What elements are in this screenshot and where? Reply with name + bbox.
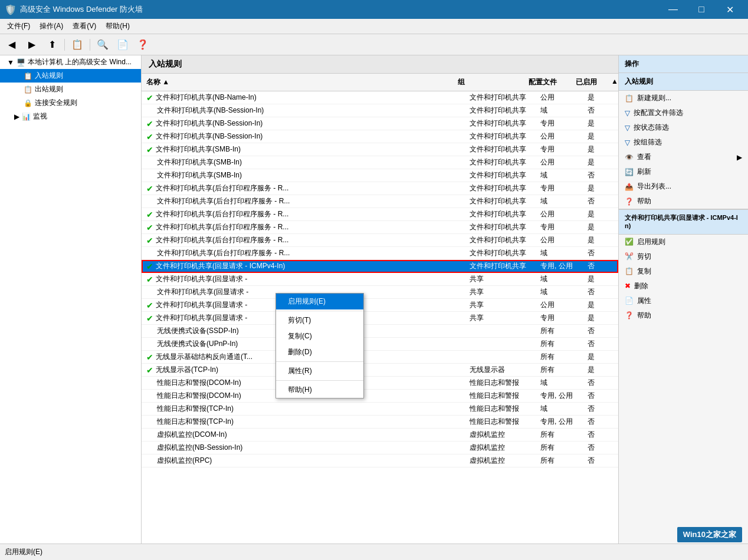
table-row[interactable]: ✔文件和打印机共享(后台打印程序服务 - R... 文件和打印机共享 专用 是 (142, 182, 618, 195)
table-row[interactable]: 无线便携式设备(SSDP-In) 所有 否 (142, 325, 618, 338)
right-action-view[interactable]: 👁️ 查看 ▶ (619, 150, 748, 164)
table-row[interactable]: 性能日志和警报(DCOM-In) 性能日志和警报 域 否 (142, 377, 618, 390)
tree-item-connection[interactable]: 🔒 连接安全规则 (0, 96, 141, 110)
table-row[interactable]: 文件和打印机共享(NB-Session-In) 文件和打印机共享 域 否 (142, 104, 618, 117)
table-row[interactable]: ✔文件和打印机共享(后台打印程序服务 - R... 文件和打印机共享 专用 是 (142, 221, 618, 234)
cell-group: 无线显示器 (465, 364, 536, 376)
cut-icon: ✂️ (625, 252, 634, 261)
cell-enabled: 否 (583, 104, 618, 117)
cell-name: ✔文件和打印机共享(回显请求 - (142, 273, 465, 285)
right-action-filter-group[interactable]: ▽ 按组筛选 (619, 135, 748, 150)
table-row[interactable]: 无线便携式设备(UPnP-In) 所有 否 (142, 338, 618, 351)
toolbar-show-hide[interactable]: 📋 (68, 37, 87, 53)
ctx-delete[interactable]: 删除(D) (276, 344, 363, 360)
maximize-button[interactable]: □ (688, 0, 715, 19)
right-action-help-main[interactable]: ❓ 帮助 (619, 194, 748, 209)
tree-root[interactable]: ▼ 🖥️ 本地计算机 上的高级安全 Wind... (0, 55, 141, 69)
row-name: 文件和打印机共享(SMB-In) (157, 170, 242, 180)
right-action-copy[interactable]: 📋 复制 (619, 264, 748, 279)
table-row[interactable]: 文件和打印机共享(SMB-In) 文件和打印机共享 公用 是 (142, 156, 618, 169)
table-row[interactable]: ✔文件和打印机共享(回显请求 - 共享 公用 是 (142, 299, 618, 312)
view-label: 查看 (637, 152, 651, 162)
table-row[interactable]: ✔文件和打印机共享(回显请求 - ICMPv4-In) 文件和打印机共享 专用,… (142, 260, 618, 273)
toolbar-separator-2 (90, 39, 90, 51)
table-row[interactable]: 性能日志和警报(DCOM-In) 性能日志和警报 专用, 公用 否 (142, 390, 618, 403)
right-action-enable-rule[interactable]: ✅ 启用规则 (619, 235, 748, 249)
right-action-export[interactable]: 📤 导出列表... (619, 179, 748, 194)
table-row[interactable]: 性能日志和警报(TCP-In) 性能日志和警报 专用, 公用 否 (142, 416, 618, 429)
cell-name: ✔文件和打印机共享(NB-Session-In) (142, 130, 465, 143)
close-button[interactable]: ✕ (716, 0, 743, 19)
table-row[interactable]: 性能日志和警报(TCP-In) 性能日志和警报 域 否 (142, 403, 618, 416)
toolbar-forward[interactable]: ▶ (22, 37, 41, 53)
table-row[interactable]: ✔文件和打印机共享(回显请求 - 共享 专用 是 (142, 312, 618, 325)
table-row[interactable]: 虚拟机监控(NB-Session-In) 虚拟机监控 所有 否 (142, 442, 618, 454)
tree-item-outbound[interactable]: 📋 出站规则 (0, 83, 141, 96)
menu-help[interactable]: 帮助(H) (101, 20, 134, 32)
toolbar-help[interactable]: ❓ (133, 37, 152, 53)
tree-outbound-label: 出站规则 (35, 84, 63, 94)
ctx-enable-rule[interactable]: 启用规则(E) (276, 294, 363, 309)
table-row[interactable]: ✔文件和打印机共享(后台打印程序服务 - R... 文件和打印机共享 公用 是 (142, 208, 618, 221)
cell-name: ✔文件和打印机共享(NB-Session-In) (142, 117, 465, 130)
row-name: 文件和打印机共享(后台打印程序服务 - R... (157, 248, 290, 258)
cell-name: ✔文件和打印机共享(后台打印程序服务 - R... (142, 182, 465, 195)
col-enabled[interactable]: 已启用 (571, 76, 606, 88)
cell-profile: 专用 (536, 143, 583, 156)
minimize-button[interactable]: — (660, 0, 687, 19)
table-row[interactable]: 文件和打印机共享(后台打印程序服务 - R... 文件和打印机共享 域 否 (142, 195, 618, 208)
toolbar-up[interactable]: ⬆ (42, 37, 61, 53)
toolbar-properties[interactable]: 📄 (113, 37, 132, 53)
col-profile[interactable]: 配置文件 (524, 76, 571, 88)
view-expand: ▶ (737, 153, 742, 162)
ctx-help[interactable]: 帮助(H) (276, 382, 363, 398)
cell-profile: 所有 (536, 454, 583, 467)
table-row[interactable]: 文件和打印机共享(回显请求 - 共享 域 否 (142, 286, 618, 299)
right-action-filter-status[interactable]: ▽ 按状态筛选 (619, 120, 748, 135)
menu-view[interactable]: 查看(V) (68, 20, 101, 32)
ctx-cut[interactable]: 剪切(T) (276, 312, 363, 328)
cell-name: ✔文件和打印机共享(回显请求 - ICMPv4-In) (142, 260, 465, 272)
cell-group: 性能日志和警报 (465, 390, 536, 402)
cell-group (465, 356, 536, 358)
table-row[interactable]: ✔无线显示器(TCP-In) 无线显示器 所有 是 (142, 364, 618, 377)
col-group[interactable]: 组 (453, 76, 524, 88)
enabled-check-icon: ✔ (146, 275, 153, 284)
table-row[interactable]: ✔文件和打印机共享(NB-Session-In) 文件和打印机共享 公用 是 (142, 130, 618, 143)
cell-group: 文件和打印机共享 (465, 260, 536, 272)
tree-connection-label: 连接安全规则 (35, 98, 77, 108)
cell-group: 文件和打印机共享 (465, 117, 536, 130)
right-action-filter-profile[interactable]: ▽ 按配置文件筛选 (619, 106, 748, 120)
title-bar-text: 高级安全 Windows Defender 防火墙 (20, 4, 660, 15)
right-action-refresh[interactable]: 🔄 刷新 (619, 164, 748, 179)
table-row[interactable]: ✔文件和打印机共享(NB-Name-In) 文件和打印机共享 公用 是 (142, 91, 618, 104)
cell-profile: 公用 (536, 91, 583, 104)
toolbar-back[interactable]: ◀ (2, 37, 21, 53)
menu-action[interactable]: 操作(A) (35, 20, 68, 32)
tree-item-inbound[interactable]: 📋 入站规则 (0, 69, 141, 83)
right-action-cut[interactable]: ✂️ 剪切 (619, 249, 748, 264)
right-action-delete[interactable]: ✖ 删除 (619, 279, 748, 294)
table-row[interactable]: 虚拟机监控(DCOM-In) 虚拟机监控 所有 否 (142, 429, 618, 442)
toolbar-search[interactable]: 🔍 (93, 37, 112, 53)
table-row[interactable]: ✔文件和打印机共享(NB-Session-In) 文件和打印机共享 专用 是 (142, 117, 618, 130)
col-name[interactable]: 名称 ▲ (142, 76, 453, 88)
table-row[interactable]: 文件和打印机共享(SMB-In) 文件和打印机共享 域 否 (142, 169, 618, 182)
ctx-copy[interactable]: 复制(C) (276, 328, 363, 344)
table-row[interactable]: ✔文件和打印机共享(SMB-In) 文件和打印机共享 专用 是 (142, 143, 618, 156)
menu-file[interactable]: 文件(F) (2, 20, 35, 32)
ctx-properties[interactable]: 属性(R) (276, 363, 363, 379)
table-row[interactable]: ✔文件和打印机共享(后台打印程序服务 - R... 文件和打印机共享 公用 是 (142, 234, 618, 247)
cell-enabled: 否 (583, 169, 618, 182)
cell-profile: 域 (536, 247, 583, 259)
right-action-help-rule[interactable]: ❓ 帮助 (619, 308, 748, 323)
right-action-new-rule[interactable]: 📋 新建规则... (619, 91, 748, 106)
tree-item-monitor[interactable]: ▶ 📊 监视 (0, 110, 141, 123)
table-row[interactable]: 虚拟机监控(RPC) 虚拟机监控 所有 否 (142, 454, 618, 467)
table-row[interactable]: ✔无线显示基础结构反向通道(T... 所有 是 (142, 351, 618, 364)
right-action-properties[interactable]: 📄 属性 (619, 294, 748, 308)
table-row[interactable]: ✔文件和打印机共享(回显请求 - 共享 域 是 (142, 273, 618, 286)
cell-profile: 公用 (536, 208, 583, 220)
new-rule-label: 新建规则... (637, 93, 671, 103)
table-row[interactable]: 文件和打印机共享(后台打印程序服务 - R... 文件和打印机共享 域 否 (142, 247, 618, 260)
